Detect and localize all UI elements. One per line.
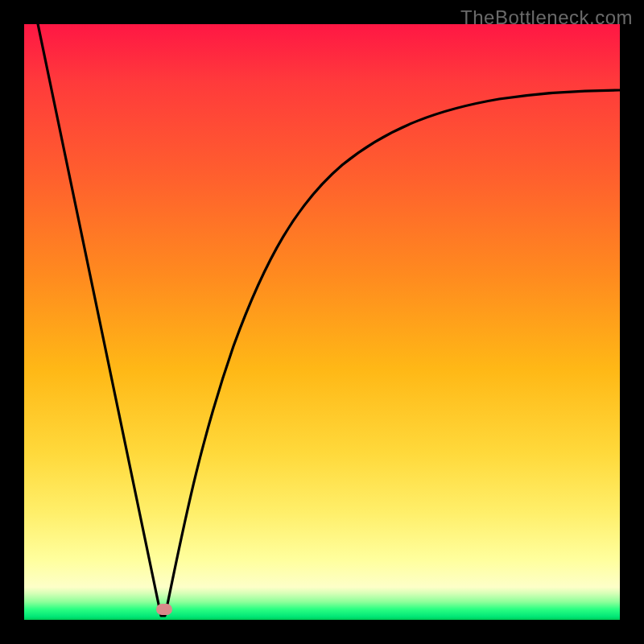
optimal-point-marker [156, 604, 172, 615]
plot-area [24, 24, 620, 620]
chart-container: TheBottleneck.com [0, 0, 644, 644]
bottleneck-curve [24, 24, 620, 620]
curve-path [36, 24, 620, 616]
